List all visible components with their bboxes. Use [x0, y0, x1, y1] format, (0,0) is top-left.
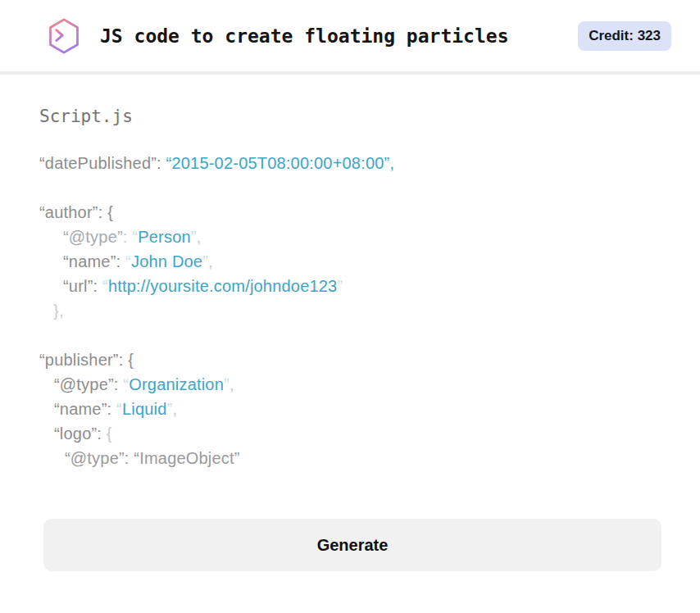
- code-line: [39, 175, 661, 200]
- code-line: “@type”: “ImageObject”: [39, 446, 661, 470]
- terminal-prompt-hexagon-icon: [46, 16, 82, 56]
- page-title: JS code to create floating particles: [100, 25, 509, 47]
- code-line: “author”: {: [39, 200, 661, 225]
- code-line: [39, 323, 661, 347]
- code-line: },: [39, 298, 661, 323]
- code-line: “publisher”: {: [39, 347, 661, 372]
- code-line: “@type”: “Person”,: [39, 225, 661, 249]
- code-line: “datePublished”: “2015-02-05T08:00:00+08…: [39, 151, 661, 175]
- code-line: “logo”: {: [39, 421, 661, 446]
- code-line: “url”: “http://yoursite.com/johndoe123”: [39, 274, 661, 298]
- generate-button[interactable]: Generate: [43, 519, 661, 571]
- code-line: “name”: “Liquid”,: [39, 397, 661, 421]
- code-line: “@type”: “Organization”,: [39, 372, 661, 397]
- file-title: Script.js: [39, 104, 661, 129]
- main-content: Script.js “datePublished”: “2015-02-05T0…: [0, 75, 700, 571]
- header: JS code to create floating particles Cre…: [0, 0, 700, 75]
- code-block: “datePublished”: “2015-02-05T08:00:00+08…: [39, 151, 661, 470]
- credit-badge: Credit: 323: [578, 21, 671, 51]
- code-line: “name”: “John Doe”,: [39, 249, 661, 274]
- app-logo: [46, 16, 82, 56]
